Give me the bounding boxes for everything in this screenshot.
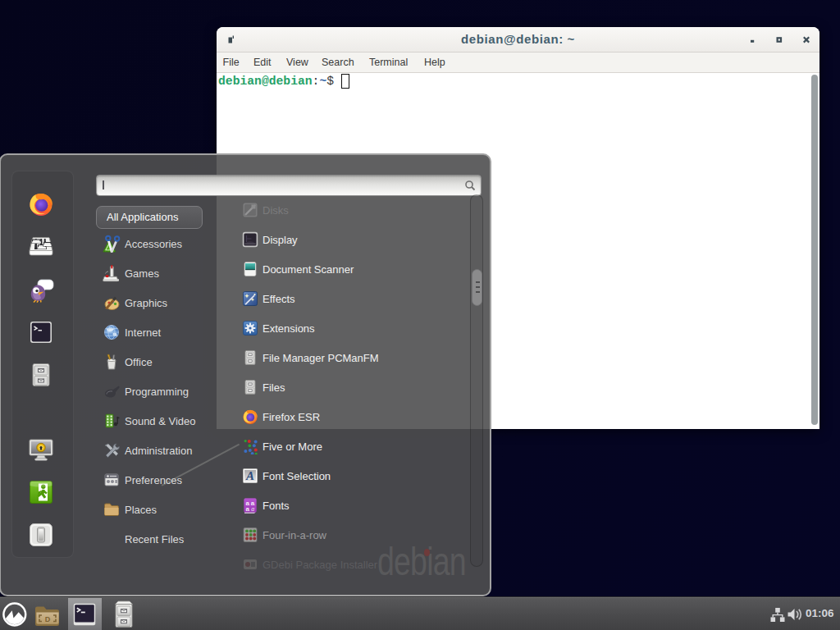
svg-text:a: a [251, 505, 254, 513]
svg-text:a: a [246, 505, 250, 513]
svg-text:D: D [45, 615, 51, 623]
svg-text:A: A [245, 469, 254, 482]
